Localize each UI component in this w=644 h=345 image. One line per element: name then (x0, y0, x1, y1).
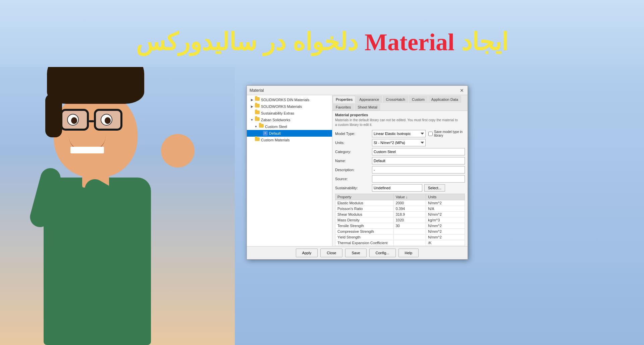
description-label: Description: (335, 168, 372, 172)
table-row: Tensile Strength 30 N/mm^2 (335, 223, 465, 229)
toggle-icon-din[interactable]: ▶ (250, 97, 254, 102)
toggle-icon-cs[interactable]: ▼ (254, 124, 258, 129)
table-row: Elastic Modulus 2000 N/mm^2 (335, 200, 465, 206)
save-model-checkbox-row: Save model type in library (428, 130, 465, 137)
category-label: Category: (335, 150, 372, 154)
dialog-close-button[interactable]: ✕ (459, 87, 465, 93)
table-cell-property: Tensile Strength (335, 223, 394, 229)
table-cell-units: N/mm^2 (426, 200, 465, 206)
save-model-checkbox[interactable] (428, 132, 433, 136)
tree-label-default: Default (269, 131, 281, 135)
char-teeth (70, 147, 104, 153)
character (17, 77, 201, 345)
table-row: Compressive Strength N/mm^2 (335, 229, 465, 234)
tree-item-sustainability[interactable]: Sustainability Extras (247, 110, 332, 117)
char-hand-right (161, 134, 195, 167)
character-illustration-area (0, 67, 235, 345)
tab-application-data[interactable]: Application Data (428, 96, 461, 103)
banner-title-persian-end: دلخواه در سالیدورکس (136, 28, 358, 55)
config-button[interactable]: Config... (369, 249, 396, 257)
tree-item-custom-materials[interactable]: Custom Materials (247, 137, 332, 143)
units-row: Units: SI - N/mm^2 (MPa) (335, 139, 465, 146)
table-cell-value: 2000 (393, 200, 426, 206)
table-row: Thermal Expansion Coefficient /K (335, 240, 465, 246)
description-row: Description: (335, 166, 465, 174)
dialog-title: Material (250, 88, 264, 93)
table-cell-units: /K (426, 240, 465, 246)
char-pupil-right (105, 117, 111, 124)
category-input[interactable] (372, 148, 465, 155)
properties-table: Property Value ↓ Units Elastic Modulus 2… (335, 194, 465, 246)
units-select[interactable]: SI - N/mm^2 (MPa) (372, 139, 426, 146)
apply-button[interactable]: Apply (296, 249, 318, 257)
name-label: Name: (335, 159, 372, 163)
source-input[interactable] (372, 175, 465, 183)
name-input[interactable] (372, 157, 465, 164)
model-type-select[interactable]: Linear Elastic Isotropic (372, 130, 426, 137)
props-header: Material properties (335, 113, 465, 117)
tree-label-cm: Custom Materials (261, 138, 290, 142)
category-row: Category: (335, 148, 465, 155)
model-type-row: Model Type: Linear Elastic Isotropic Sav… (335, 130, 465, 137)
table-cell-value: 1020 (393, 217, 426, 223)
table-cell-units: N/mm^2 (426, 234, 465, 240)
table-cell-value (393, 240, 426, 246)
source-row: Source: (335, 175, 465, 183)
folder-icon-cm (255, 137, 260, 143)
tab-custom[interactable]: Custom (409, 96, 428, 103)
table-row: Mass Density 1020 kg/m^3 (335, 217, 465, 223)
table-header-property: Property (335, 194, 394, 200)
toggle-icon-default (258, 131, 262, 136)
units-label: Units: (335, 141, 372, 145)
tab-crosshatch[interactable]: CrossHatch (383, 96, 408, 103)
tree-item-default[interactable]: ≡ Default (247, 130, 332, 137)
folder-icon-zaban (255, 117, 260, 123)
tree-item-zaban[interactable]: ▼ Zaban Solidworks (247, 117, 332, 123)
table-cell-units: kg/m^3 (426, 217, 465, 223)
table-cell-units: N/mm^2 (426, 212, 465, 217)
table-cell-value (393, 234, 426, 240)
table-cell-units: N/mm^2 (426, 223, 465, 229)
dialog-body: ▶ SOLIDWORKS DIN Materials ▶ SOLIDWORKS … (247, 95, 468, 246)
folder-icon-mat (255, 104, 260, 109)
table-cell-value: 0.394 (393, 206, 426, 212)
select-button[interactable]: Select... (424, 184, 445, 192)
table-cell-property: Yield Strength (335, 234, 394, 240)
table-row: Yield Strength N/mm^2 (335, 234, 465, 240)
props-note: Materials in the default library can not… (335, 118, 465, 127)
banner-title-material: Material (365, 29, 454, 56)
tree-item-solidworks-mat[interactable]: ▶ SOLIDWORKS Materials (247, 103, 332, 110)
table-cell-units: N/mm^2 (426, 229, 465, 234)
dialog-footer: Apply Close Save Config... Help (247, 246, 468, 259)
close-button[interactable]: Close (320, 249, 342, 257)
tab-properties[interactable]: Properties (333, 96, 356, 103)
toggle-icon-zaban[interactable]: ▼ (250, 118, 254, 122)
tab-sheet-metal[interactable]: Sheet Metal (355, 104, 380, 111)
tree-label-din: SOLIDWORKS DIN Materials (261, 98, 309, 102)
model-type-label: Model Type: (335, 132, 372, 136)
tree-label-mat: SOLIDWORKS Materials (261, 105, 302, 109)
properties-panel: Properties Appearance CrossHatch Custom … (332, 95, 468, 246)
tree-panel: ▶ SOLIDWORKS DIN Materials ▶ SOLIDWORKS … (247, 95, 332, 246)
table-cell-property: Compressive Strength (335, 229, 394, 234)
table-cell-value (393, 229, 426, 234)
table-header-units: Units (426, 194, 465, 200)
help-button[interactable]: Help (398, 249, 419, 257)
sustainability-input[interactable] (372, 184, 422, 192)
sustainability-row: Sustainability: Select... (335, 184, 465, 192)
tree-label-cs: Custom Steel (265, 125, 287, 129)
folder-icon-cs (259, 124, 264, 129)
tree-item-custom-steel[interactable]: ▼ Custom Steel (247, 123, 332, 130)
save-button[interactable]: Save (345, 249, 366, 257)
tab-favorites[interactable]: Favorites (333, 104, 354, 111)
char-glasses-bridge (89, 120, 94, 122)
tree-item-solidworks-din[interactable]: ▶ SOLIDWORKS DIN Materials (247, 96, 332, 103)
table-cell-property: Mass Density (335, 217, 394, 223)
name-row: Name: (335, 157, 465, 164)
tab-appearance[interactable]: Appearance (356, 96, 382, 103)
table-cell-value: 30 (393, 223, 426, 229)
sustainability-label: Sustainability: (335, 186, 372, 190)
char-hair-side (45, 94, 62, 137)
toggle-icon-mat[interactable]: ▶ (250, 104, 254, 109)
description-input[interactable] (372, 166, 465, 174)
